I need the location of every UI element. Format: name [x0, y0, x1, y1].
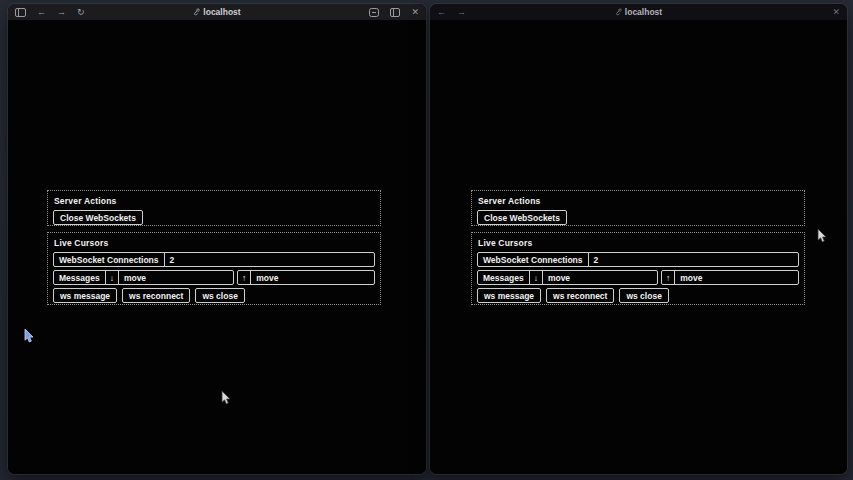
browser-window-right: ← → localhost ✕ Server Actions Close Web…: [430, 4, 847, 474]
back-icon[interactable]: ←: [437, 8, 446, 17]
address-bar[interactable]: localhost: [615, 4, 662, 20]
ws-buttons-row: ws message ws reconnect ws close: [53, 288, 375, 303]
window-title: localhost: [625, 7, 662, 17]
page-content-right: Server Actions Close WebSockets Live Cur…: [430, 20, 847, 474]
outgoing-message-value: move: [675, 271, 798, 284]
connections-value: 2: [589, 253, 799, 266]
outgoing-message-value: move: [251, 271, 374, 284]
toolbar-right-group: ✕: [832, 8, 840, 17]
page-actions-icon[interactable]: [369, 8, 379, 17]
forward-icon[interactable]: →: [57, 8, 66, 17]
down-arrow-icon: ↓: [106, 271, 119, 284]
messages-row: Messages ↓ move ↑ move: [53, 270, 375, 285]
window-title: localhost: [203, 7, 240, 17]
close-icon[interactable]: ✕: [832, 8, 840, 17]
up-arrow-icon: ↑: [662, 271, 675, 284]
ws-buttons-row: ws message ws reconnect ws close: [477, 288, 799, 303]
server-actions-panel: Server Actions Close WebSockets: [47, 190, 381, 226]
live-cursors-title: Live Cursors: [478, 238, 799, 248]
close-icon[interactable]: ✕: [411, 8, 419, 17]
ws-message-button[interactable]: ws message: [53, 288, 117, 303]
incoming-message-value: move: [543, 271, 657, 284]
desktop: ← → ↻ localhost ✕ Se: [0, 0, 853, 480]
browser-window-left: ← → ↻ localhost ✕ Se: [8, 4, 426, 474]
connections-label: WebSocket Connections: [478, 253, 589, 266]
ws-message-button[interactable]: ws message: [477, 288, 541, 303]
close-websockets-button[interactable]: Close WebSockets: [477, 210, 567, 225]
close-websockets-button[interactable]: Close WebSockets: [53, 210, 143, 225]
outgoing-messages-box: ↑ move: [661, 270, 799, 285]
titlebar-right[interactable]: ← → localhost ✕: [430, 4, 847, 20]
messages-label: Messages: [54, 271, 106, 284]
ws-reconnect-button[interactable]: ws reconnect: [546, 288, 614, 303]
split-view-icon[interactable]: [390, 8, 400, 17]
ws-close-button[interactable]: ws close: [619, 288, 668, 303]
ws-reconnect-button[interactable]: ws reconnect: [122, 288, 190, 303]
websocket-connections-row: WebSocket Connections 2: [477, 252, 799, 267]
server-actions-title: Server Actions: [54, 196, 375, 206]
connections-value: 2: [165, 253, 375, 266]
messages-row: Messages ↓ move ↑ move: [477, 270, 799, 285]
ws-close-button[interactable]: ws close: [195, 288, 244, 303]
link-icon: [193, 8, 200, 16]
websocket-connections-row: WebSocket Connections 2: [53, 252, 375, 267]
up-arrow-icon: ↑: [238, 271, 251, 284]
toolbar-left-group: ← →: [437, 8, 466, 17]
page-content-left: Server Actions Close WebSockets Live Cur…: [8, 20, 426, 474]
link-icon: [615, 8, 622, 16]
live-cursors-panel: Live Cursors WebSocket Connections 2 Mes…: [471, 232, 805, 305]
server-actions-title: Server Actions: [478, 196, 799, 206]
titlebar-left[interactable]: ← → ↻ localhost ✕: [8, 4, 426, 20]
toolbar-right-group: ✕: [369, 8, 419, 17]
live-cursors-panel: Live Cursors WebSocket Connections 2 Mes…: [47, 232, 381, 305]
incoming-message-value: move: [119, 271, 233, 284]
incoming-messages-box: Messages ↓ move: [477, 270, 658, 285]
address-bar[interactable]: localhost: [193, 4, 240, 20]
reload-icon[interactable]: ↻: [77, 8, 85, 17]
forward-icon[interactable]: →: [457, 8, 466, 17]
messages-label: Messages: [478, 271, 530, 284]
back-icon[interactable]: ←: [37, 8, 46, 17]
sidebar-toggle-icon[interactable]: [15, 8, 26, 17]
live-cursors-title: Live Cursors: [54, 238, 375, 248]
down-arrow-icon: ↓: [530, 271, 543, 284]
connections-label: WebSocket Connections: [54, 253, 165, 266]
incoming-messages-box: Messages ↓ move: [53, 270, 234, 285]
toolbar-left-group: ← → ↻: [15, 8, 85, 17]
server-actions-panel: Server Actions Close WebSockets: [471, 190, 805, 226]
outgoing-messages-box: ↑ move: [237, 270, 375, 285]
